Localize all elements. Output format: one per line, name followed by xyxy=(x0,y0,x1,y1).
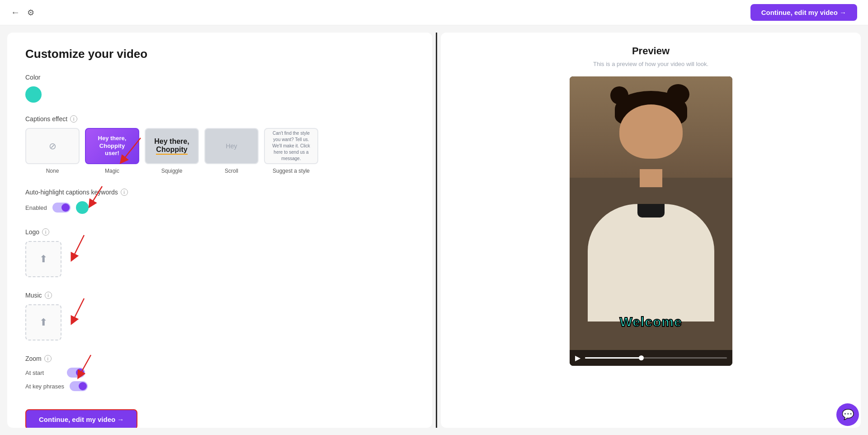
color-label: Color xyxy=(25,74,414,81)
zoom-info-icon[interactable]: i xyxy=(44,355,52,362)
hair-left xyxy=(610,86,628,104)
zoom-at-key-phrases-label: At key phrases xyxy=(25,383,64,390)
video-controls: ▶ xyxy=(570,350,732,366)
zoom-at-start-row: At start xyxy=(25,368,414,378)
caption-none-card[interactable]: ⊘ xyxy=(25,128,80,164)
arrow-music xyxy=(66,296,93,328)
enabled-label: Enabled xyxy=(25,204,47,211)
body-jacket xyxy=(588,204,714,322)
highlight-color-dot[interactable] xyxy=(76,201,89,214)
caption-text: Welcome xyxy=(619,314,682,329)
zoom-at-start-toggle[interactable] xyxy=(67,368,85,378)
highlight-info-icon[interactable]: i xyxy=(121,189,128,196)
enabled-toggle[interactable] xyxy=(52,203,71,213)
toggle-slider xyxy=(52,203,71,213)
music-info-icon[interactable]: i xyxy=(45,292,52,299)
caption-none-label: None xyxy=(46,168,59,174)
magic-text: Hey there, Choppity user! xyxy=(94,131,130,161)
zoom-at-start-slider xyxy=(67,368,85,378)
highlight-label: Auto-highlight captions keywords i xyxy=(25,189,414,196)
music-label: Music i xyxy=(25,292,414,299)
caption-scroll[interactable]: Hey Scroll xyxy=(204,128,259,174)
page-title: Customize your video xyxy=(25,47,414,61)
caption-scroll-label: Scroll xyxy=(225,168,238,174)
video-head-area xyxy=(615,91,687,172)
zoom-at-key-phrases-row: At key phrases xyxy=(25,381,414,391)
topbar: ← ⚙ Continue, edit my video → xyxy=(0,0,868,25)
caption-suggest[interactable]: Can't find the style you want? Tell us. … xyxy=(264,128,318,174)
settings-icon-button[interactable]: ⚙ xyxy=(27,8,34,18)
scroll-text: Hey xyxy=(226,142,237,150)
preview-title: Preview xyxy=(632,45,670,57)
svg-line-2 xyxy=(73,235,84,258)
caption-squiggle-card[interactable]: Hey there, Choppity xyxy=(145,128,199,164)
preview-subtitle: This is a preview of how your video will… xyxy=(593,61,708,67)
right-panel: Preview This is a preview of how your vi… xyxy=(441,33,861,428)
squiggle-text: Hey there, Choppity xyxy=(151,134,193,158)
caption-magic-card[interactable]: Hey there, Choppity user! xyxy=(85,128,139,164)
captions-info-icon[interactable]: i xyxy=(70,115,77,123)
continue-bottom-label: Continue, edit my video → xyxy=(39,416,124,423)
chat-icon: 💬 xyxy=(842,409,854,421)
captions-section: Captions effect i ⊘ None Hey there, C xyxy=(25,115,414,174)
continue-top-button[interactable]: Continue, edit my video → xyxy=(750,4,857,21)
music-upload-icon: ⬆ xyxy=(39,317,47,328)
none-icon: ⊘ xyxy=(49,141,57,151)
caption-suggest-text: Can't find the style you want? Tell us. … xyxy=(269,130,314,162)
panel-divider xyxy=(436,33,437,428)
caption-suggest-card[interactable]: Can't find the style you want? Tell us. … xyxy=(264,128,318,164)
caption-overlay: Welcome xyxy=(619,314,682,330)
face xyxy=(619,104,683,159)
progress-fill xyxy=(585,357,642,359)
toggle-row: Enabled xyxy=(25,201,414,214)
back-button[interactable]: ← xyxy=(11,7,20,18)
collar xyxy=(637,204,665,218)
video-container: Welcome ▶ xyxy=(570,76,732,366)
zoom-label: Zoom i xyxy=(25,355,414,362)
zoom-at-key-phrases-slider xyxy=(70,381,88,391)
highlight-section: Auto-highlight captions keywords i Enabl… xyxy=(25,189,414,214)
color-section: Color xyxy=(25,74,414,103)
topbar-left: ← ⚙ xyxy=(11,7,34,18)
caption-none[interactable]: ⊘ None xyxy=(25,128,80,174)
play-button[interactable]: ▶ xyxy=(575,354,580,362)
arrow-logo xyxy=(66,233,93,265)
logo-info-icon[interactable]: i xyxy=(42,228,49,236)
upload-icon: ⬆ xyxy=(39,253,47,265)
continue-top-label: Continue, edit my video → xyxy=(761,9,846,16)
video-frame: Welcome ▶ xyxy=(570,76,732,366)
zoom-at-key-phrases-toggle[interactable] xyxy=(70,381,88,391)
progress-bar[interactable] xyxy=(585,357,727,359)
caption-scroll-card[interactable]: Hey xyxy=(204,128,259,164)
caption-squiggle[interactable]: Hey there, Choppity Squiggle xyxy=(145,128,199,174)
logo-section: Logo i ⬆ xyxy=(25,228,414,277)
continue-bottom-button[interactable]: Continue, edit my video → xyxy=(25,409,137,428)
music-section: Music i ⬆ xyxy=(25,292,414,340)
progress-handle xyxy=(639,355,644,360)
zoom-rows: At start At key phrases xyxy=(25,368,414,391)
svg-line-3 xyxy=(73,298,84,321)
caption-magic-label: Magic xyxy=(105,168,119,174)
neck xyxy=(640,169,662,187)
chat-bubble[interactable]: 💬 xyxy=(836,403,859,426)
captions-effect-label: Captions effect i xyxy=(25,115,414,123)
zoom-at-start-label: At start xyxy=(25,369,61,376)
left-panel: Customize your video Color Captions effe… xyxy=(7,33,432,428)
caption-magic[interactable]: Hey there, Choppity user! Magic xyxy=(85,128,139,174)
color-swatch[interactable] xyxy=(25,86,42,103)
logo-label: Logo i xyxy=(25,228,414,236)
captions-grid: ⊘ None Hey there, Choppity user! Magic xyxy=(25,128,414,174)
caption-suggest-label: Suggest a style xyxy=(273,168,310,174)
zoom-section: Zoom i At start At key phrases xyxy=(25,355,414,391)
music-upload-box[interactable]: ⬆ xyxy=(25,304,61,340)
main-layout: Customize your video Color Captions effe… xyxy=(0,25,868,435)
logo-upload-box[interactable]: ⬆ xyxy=(25,241,61,277)
hair-right xyxy=(667,84,689,104)
caption-squiggle-label: Squiggle xyxy=(161,168,183,174)
